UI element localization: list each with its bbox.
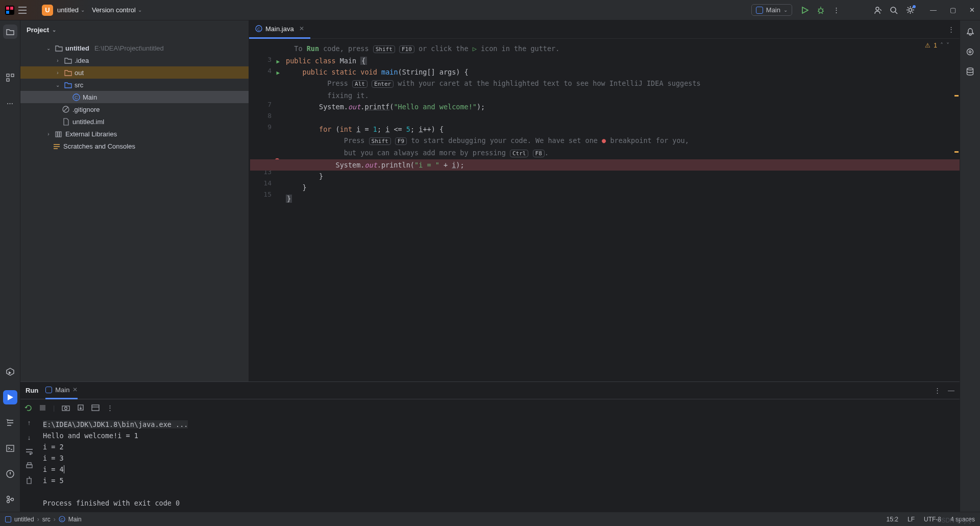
debug-icon[interactable] <box>817 6 825 14</box>
build-tool-button[interactable]: T <box>3 416 17 430</box>
vcs-dropdown[interactable]: Version control ⌄ <box>92 6 142 14</box>
maximize-button[interactable]: ▢ <box>950 6 956 14</box>
console-caret <box>64 465 64 473</box>
layout-icon[interactable] <box>91 404 100 411</box>
scroll-down-icon[interactable]: ↓ <box>28 434 31 441</box>
tree-item-out[interactable]: › out <box>20 66 249 79</box>
expand-arrow-icon[interactable]: › <box>54 70 61 76</box>
error-stripe[interactable] <box>953 39 960 381</box>
clear-icon[interactable] <box>26 476 33 484</box>
tree-item-main[interactable]: C Main <box>20 91 249 103</box>
problems-tool-button[interactable] <box>3 467 17 481</box>
tree-external-libs[interactable]: › External Libraries <box>20 128 249 140</box>
panel-options-icon[interactable]: ⋮ <box>934 387 941 394</box>
tree-item-iml[interactable]: untitled.iml <box>20 115 249 128</box>
run-config-icon <box>45 387 52 393</box>
line-separator[interactable]: LF <box>908 516 915 523</box>
more-actions-icon[interactable]: ⋮ <box>833 6 840 14</box>
tree-label: untitled.iml <box>72 118 104 126</box>
tab-actions-icon[interactable]: ⋮ <box>948 26 954 33</box>
database-icon[interactable] <box>966 67 974 76</box>
left-tool-rail: ⋯ T <box>0 20 20 512</box>
tree-scratches[interactable]: Scratches and Consoles <box>20 140 249 152</box>
services-tool-button[interactable] <box>3 365 17 379</box>
debug-hint: Press Shift F9 to start debugging your c… <box>286 136 689 157</box>
editor-tab[interactable]: C Main.java ✕ <box>249 20 310 39</box>
navigation-bar[interactable]: untitled › src › C Main <box>5 516 82 523</box>
crumb[interactable]: src <box>42 516 51 523</box>
more-toolbar-icon[interactable]: ⋮ <box>107 404 113 412</box>
settings-icon[interactable] <box>906 6 915 14</box>
expand-arrow-icon[interactable]: ⌄ <box>54 82 61 88</box>
stop-icon[interactable] <box>39 404 46 411</box>
close-tab-icon[interactable]: ✕ <box>72 386 78 393</box>
hide-panel-icon[interactable]: — <box>948 387 954 394</box>
svg-point-7 <box>909 9 912 12</box>
line-number: 3 <box>267 56 272 63</box>
tree-root[interactable]: ⌄ untitled E:\IDEA\Project\untitled <box>20 42 249 54</box>
intention-hint: Press Alt Enter with your caret at the h… <box>286 79 701 100</box>
expand-arrow-icon[interactable]: ⌄ <box>45 45 52 51</box>
soft-wrap-icon[interactable] <box>26 448 33 455</box>
search-everywhere-icon[interactable] <box>890 6 898 14</box>
svg-rect-9 <box>11 74 14 77</box>
project-dropdown[interactable]: untitled ⌄ <box>57 6 85 14</box>
tree-label: Main <box>83 93 97 101</box>
run-panel: Run Main ✕ ⋮ — | <box>20 381 960 512</box>
project-badge[interactable]: U <box>42 5 53 16</box>
project-tree: ⌄ untitled E:\IDEA\Project\untitled › .i… <box>20 39 249 155</box>
screenshot-icon[interactable] <box>62 404 70 411</box>
tree-item-gitignore[interactable]: .gitignore <box>20 103 249 115</box>
expand-arrow-icon[interactable]: › <box>54 58 61 63</box>
caret-position[interactable]: 15:2 <box>887 516 898 523</box>
notifications-icon[interactable] <box>966 28 974 36</box>
tree-item-idea[interactable]: › .idea <box>20 54 249 66</box>
library-icon <box>54 131 63 137</box>
console-output[interactable]: E:\IDEA\JDK\JDK1.8\bin\java.exe ... Hell… <box>38 416 960 512</box>
crumb[interactable]: untitled <box>14 516 34 523</box>
terminal-tool-button[interactable] <box>3 441 17 456</box>
crumb[interactable]: Main <box>68 516 82 523</box>
close-tab-icon[interactable]: ✕ <box>299 25 304 32</box>
code-with-me-icon[interactable] <box>873 6 881 14</box>
chevron-down-icon: ⌄ <box>138 7 142 13</box>
run-toolbar: | ⋮ <box>20 399 960 416</box>
structure-tool-button[interactable] <box>3 70 17 85</box>
run-tab[interactable]: Main ✕ <box>45 382 78 399</box>
run-configuration-selector[interactable]: Main ⌄ <box>751 4 792 16</box>
close-button[interactable]: ✕ <box>969 6 975 14</box>
scroll-up-icon[interactable]: ↑ <box>28 419 31 426</box>
project-name: untitled <box>57 6 79 14</box>
tree-label: External Libraries <box>65 130 117 138</box>
minimize-button[interactable]: — <box>930 6 937 14</box>
chevron-right-icon: › <box>37 516 39 523</box>
export-icon[interactable] <box>77 404 84 411</box>
folder-icon <box>54 45 63 52</box>
svg-rect-20 <box>56 132 57 137</box>
svg-point-33 <box>969 51 971 53</box>
tree-item-src[interactable]: ⌄ src <box>20 79 249 91</box>
tree-path: E:\IDEA\Project\untitled <box>94 44 164 52</box>
svg-point-27 <box>65 407 67 410</box>
expand-arrow-icon[interactable]: › <box>45 131 52 137</box>
more-tools-icon[interactable]: ⋯ <box>3 96 17 110</box>
project-panel-header[interactable]: Project ⌄ <box>20 20 249 39</box>
editor-gutter[interactable]: 3▶ 4▶ 7 8 9 13 14 15 <box>249 39 275 381</box>
project-tool-button[interactable] <box>3 25 17 39</box>
run-icon[interactable] <box>801 7 808 14</box>
folder-icon <box>63 57 72 64</box>
console-controls: ↑ ↓ <box>20 416 38 512</box>
main-menu-icon[interactable] <box>18 7 27 14</box>
exit-line: Process finished with exit code 0 <box>43 499 180 507</box>
run-tool-button[interactable] <box>3 390 17 404</box>
editor-code[interactable]: To Run code, press Shift F10 or click th… <box>275 39 960 381</box>
vcs-tool-button[interactable] <box>3 492 17 507</box>
svg-point-4 <box>819 9 823 13</box>
svg-rect-10 <box>7 79 9 81</box>
console-line: i = 2 <box>43 443 64 451</box>
svg-point-32 <box>967 49 973 55</box>
rerun-icon[interactable] <box>24 404 32 412</box>
print-icon[interactable] <box>26 462 33 469</box>
ai-assistant-icon[interactable] <box>966 47 974 56</box>
class-icon: C <box>71 93 81 101</box>
